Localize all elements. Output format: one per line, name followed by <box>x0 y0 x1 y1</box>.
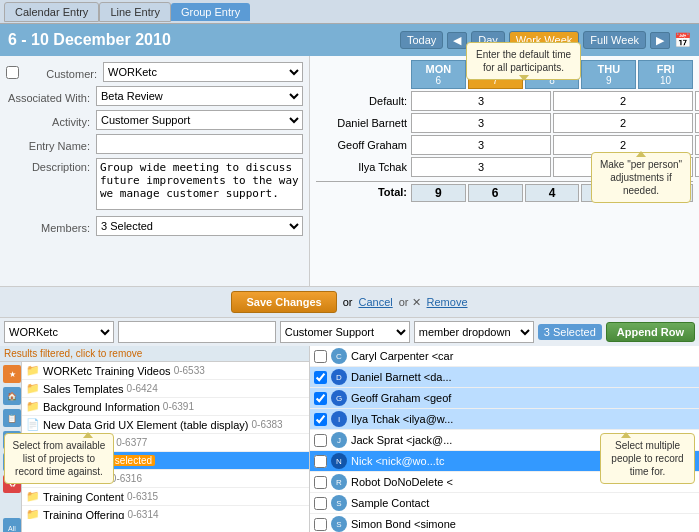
day-mon: MON6 <box>411 60 466 89</box>
list-item[interactable]: 📄 New Data Grid UX Element (table displa… <box>22 416 309 434</box>
avatar: I <box>331 411 347 427</box>
tooltip-select-people: Select multiple people to record time fo… <box>600 433 695 484</box>
member-item[interactable]: S Sample Contact <box>310 493 699 514</box>
entry-name-input[interactable]: Annual Support Review <box>96 134 303 154</box>
member-checkbox[interactable] <box>314 392 327 405</box>
list-item[interactable]: 📁 Training Offering 0-6314 <box>22 506 309 519</box>
or-text: or <box>343 296 353 308</box>
avatar: D <box>331 369 347 385</box>
list-item[interactable]: 📁 Sales Templates 0-6424 <box>22 380 309 398</box>
filter-bar[interactable]: Results filtered, click to remove <box>0 346 309 362</box>
tab-calendar-entry[interactable]: Calendar Entry <box>4 2 99 22</box>
selected-badge: 3 Selected <box>538 324 602 340</box>
member-checkbox[interactable] <box>314 371 327 384</box>
member-checkbox[interactable] <box>314 434 327 447</box>
activity-label: Activity: <box>6 113 96 128</box>
person-geoff-label: Geoff Graham <box>316 139 411 151</box>
list-item[interactable]: 📁 Training Content 0-6315 <box>22 488 309 506</box>
day-thu: THU9 <box>581 60 636 89</box>
customer-checkbox[interactable] <box>6 66 19 79</box>
entry-name-label: Entry Name: <box>6 137 96 152</box>
customer-select[interactable]: WORKetc <box>103 62 303 82</box>
customer-label: Customer: <box>23 65 103 80</box>
member-checkbox[interactable] <box>314 518 327 531</box>
default-wed[interactable] <box>695 91 699 111</box>
member-checkbox[interactable] <box>314 413 327 426</box>
member-item-checked[interactable]: I Ilya Tchak <ilya@w... <box>310 409 699 430</box>
side-icon-2[interactable]: 🏠 <box>3 387 21 405</box>
avatar: C <box>331 348 347 364</box>
total-wed: 4 <box>525 184 580 202</box>
side-icon-1[interactable]: ★ <box>3 365 21 383</box>
person-ilya-label: Ilya Tchak <box>316 161 411 173</box>
tab-line-entry[interactable]: Line Entry <box>99 2 171 22</box>
total-mon: 9 <box>411 184 466 202</box>
avatar: R <box>331 474 347 490</box>
default-tue[interactable] <box>553 91 693 111</box>
member-checkbox[interactable] <box>314 350 327 363</box>
geoff-mon[interactable] <box>411 135 551 155</box>
list-item[interactable]: 📁 WORKetc Training Videos 0-6533 <box>22 362 309 380</box>
member-item-checked[interactable]: D Daniel Barnett <da... <box>310 367 699 388</box>
geoff-wed[interactable] <box>695 135 699 155</box>
prev-arrow[interactable]: ◀ <box>447 32 467 49</box>
tooltip-per-person: Make "per person" adjustments if needed. <box>591 152 691 203</box>
members-label: Members: <box>6 219 96 234</box>
side-icon-all[interactable]: All <box>3 518 21 532</box>
avatar: S <box>331 495 347 511</box>
avatar: N <box>331 453 347 469</box>
avatar: G <box>331 390 347 406</box>
tab-group-entry[interactable]: Group Entry <box>171 3 250 21</box>
day-fri: FRI10 <box>638 60 693 89</box>
date-range-title: 6 - 10 December 2010 <box>8 31 171 49</box>
ilya-wed[interactable] <box>695 157 699 177</box>
members-select[interactable]: 3 Selected <box>96 216 303 236</box>
associated-with-select[interactable]: Beta Review <box>96 86 303 106</box>
associated-with-label: Associated With: <box>6 89 96 104</box>
or2-text: or ✕ <box>399 296 421 309</box>
default-mon[interactable] <box>411 91 551 111</box>
default-label: Default: <box>316 95 411 107</box>
total-tue: 6 <box>468 184 523 202</box>
append-row-button[interactable]: Append Row <box>606 322 695 342</box>
description-label: Description: <box>6 158 96 173</box>
filter-text: Results filtered, click to remove <box>4 348 142 359</box>
tooltip-default-time: Enter the default time for all participa… <box>466 42 581 80</box>
list-item[interactable]: 📁 Background Information 0-6391 <box>22 398 309 416</box>
avatar: J <box>331 432 347 448</box>
member-bottom-select[interactable]: member dropdown <box>414 321 534 343</box>
next-arrow[interactable]: ▶ <box>650 32 670 49</box>
member-checkbox[interactable] <box>314 455 327 468</box>
member-item-checked[interactable]: G Geoff Graham <geof <box>310 388 699 409</box>
tooltip-select-projects: Select from available list of projects t… <box>4 433 114 484</box>
member-item[interactable]: C Caryl Carpenter <car <box>310 346 699 367</box>
member-item[interactable]: S Simon Bond <simone <box>310 514 699 532</box>
calendar-icon: 📅 <box>674 32 691 48</box>
cancel-button[interactable]: Cancel <box>358 296 392 308</box>
today-button[interactable]: Today <box>400 31 443 49</box>
daniel-wed[interactable] <box>695 113 699 133</box>
remove-button[interactable]: Remove <box>427 296 468 308</box>
member-checkbox[interactable] <box>314 497 327 510</box>
daniel-mon[interactable] <box>411 113 551 133</box>
search-input[interactable] <box>118 321 276 343</box>
total-label: Total: <box>316 186 411 198</box>
selected-tag: selected <box>112 455 155 466</box>
full-week-button[interactable]: Full Week <box>583 31 646 49</box>
company-bottom-select[interactable]: WORKetc <box>4 321 114 343</box>
activity-select[interactable]: Customer Support <box>96 110 303 130</box>
person-daniel-label: Daniel Barnett <box>316 117 411 129</box>
avatar: S <box>331 516 347 532</box>
ilya-mon[interactable] <box>411 157 551 177</box>
member-checkbox[interactable] <box>314 476 327 489</box>
daniel-tue[interactable] <box>553 113 693 133</box>
activity-bottom-select[interactable]: Customer Support <box>280 321 410 343</box>
side-icon-3[interactable]: 📋 <box>3 409 21 427</box>
save-changes-button[interactable]: Save Changes <box>231 291 336 313</box>
description-textarea[interactable]: Group wide meeting to discuss future imp… <box>96 158 303 210</box>
